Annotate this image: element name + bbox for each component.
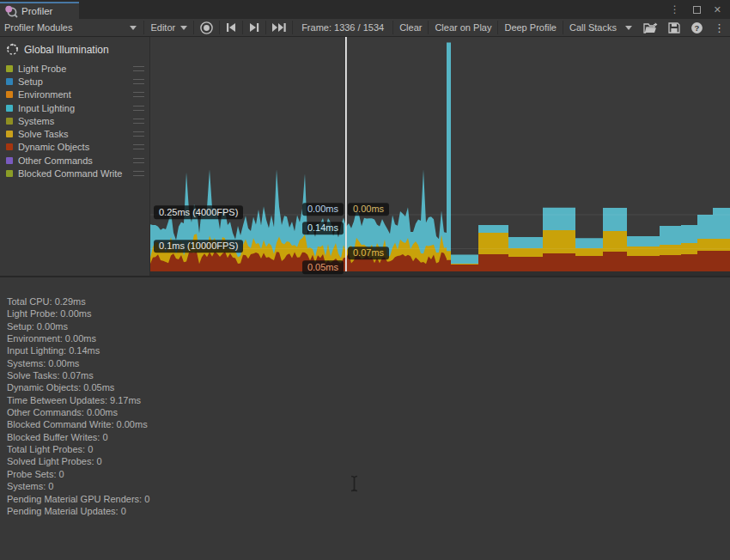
help-icon: ? xyxy=(690,21,703,34)
svg-text:?: ? xyxy=(695,23,700,33)
stat-line: Probe Sets: 0 xyxy=(7,468,730,480)
editor-target-dropdown[interactable]: Editor xyxy=(144,19,193,36)
selected-frame-line[interactable] xyxy=(345,37,347,271)
profiler-toolbar: Profiler Modules Editor xyxy=(0,19,730,37)
gi-chart-svg xyxy=(150,37,730,276)
frame-counter: Frame: 1336 / 1534 xyxy=(293,19,392,36)
stat-line: Other Commands: 0.00ms xyxy=(7,406,730,418)
clear-on-play-toggle[interactable]: Clear on Play xyxy=(429,19,497,36)
context-menu-button[interactable]: ⋮ xyxy=(709,19,730,36)
load-profile-button[interactable] xyxy=(638,19,663,36)
drag-handle-icon[interactable] xyxy=(133,119,144,124)
drag-handle-icon[interactable] xyxy=(133,106,144,111)
drag-handle-icon[interactable] xyxy=(133,66,144,71)
maximize-icon[interactable] xyxy=(693,6,701,14)
legend-item-systems[interactable]: Systems xyxy=(0,114,149,127)
legend-label: Environment xyxy=(18,89,133,100)
help-button[interactable]: ? xyxy=(685,19,709,36)
legend-item-solve-tasks[interactable]: Solve Tasks xyxy=(0,127,149,140)
legend-item-input-lighting[interactable]: Input Lighting xyxy=(0,101,149,114)
stat-line: Dynamic Objects: 0.05ms xyxy=(7,381,730,393)
clear-button[interactable]: Clear xyxy=(393,19,428,36)
legend-label: Blocked Command Write xyxy=(18,168,133,179)
legend-list: Light ProbeSetupEnvironmentInput Lightin… xyxy=(0,62,149,180)
deep-profile-label: Deep Profile xyxy=(504,22,557,33)
frame-counter-label: Frame: 1336 / 1534 xyxy=(301,22,384,33)
legend-item-dynamic-objects[interactable]: Dynamic Objects xyxy=(0,141,149,154)
legend-label: Other Commands xyxy=(18,155,133,166)
legend-color-swatch xyxy=(6,143,13,150)
call-stacks-dropdown[interactable]: Call Stacks xyxy=(563,19,638,36)
legend-item-other-commands[interactable]: Other Commands xyxy=(0,154,149,167)
call-stacks-label: Call Stacks xyxy=(569,22,617,33)
profiler-icon xyxy=(4,5,18,18)
stat-line: Solved Light Probes: 0 xyxy=(7,455,730,467)
tab-title: Profiler xyxy=(21,6,52,16)
module-sidebar: Global Illumination Light ProbeSetupEnvi… xyxy=(0,37,150,276)
editor-target-label: Editor xyxy=(150,22,175,33)
tab-profiler[interactable]: Profiler xyxy=(0,2,79,19)
stat-line: Light Probe: 0.00ms xyxy=(7,307,730,320)
module-title: Global Illumination xyxy=(24,44,109,56)
chevron-down-icon xyxy=(625,26,632,30)
gi-chart[interactable]: 0.25ms (4000FPS)0.1ms (10000FPS)0.00ms0.… xyxy=(150,37,730,276)
legend-label: Solve Tasks xyxy=(18,129,133,139)
kebab-menu-icon: ⋮ xyxy=(714,22,725,33)
legend-label: Light Probe xyxy=(18,64,133,74)
clear-label: Clear xyxy=(399,22,422,33)
legend-item-setup[interactable]: Setup xyxy=(0,75,149,88)
legend-label: Dynamic Objects xyxy=(18,142,133,152)
first-frame-button[interactable] xyxy=(220,19,242,36)
clear-on-play-label: Clear on Play xyxy=(435,22,491,33)
chevron-down-icon xyxy=(180,26,187,30)
stat-line: Total CPU: 0.29ms xyxy=(7,295,730,307)
save-profile-button[interactable] xyxy=(663,19,685,36)
legend-label: Systems xyxy=(18,116,133,126)
frame-stats-panel: Total CPU: 0.29msLight Probe: 0.00msSetu… xyxy=(0,276,730,560)
current-frame-button[interactable] xyxy=(266,19,292,36)
drag-handle-icon[interactable] xyxy=(133,171,144,176)
legend-color-swatch xyxy=(6,157,13,164)
legend-item-blocked-command-write[interactable]: Blocked Command Write xyxy=(0,167,149,180)
stat-line: Setup: 0.00ms xyxy=(7,320,730,332)
legend-color-swatch xyxy=(6,105,13,112)
area-input-lighting xyxy=(150,42,730,271)
next-frame-button[interactable] xyxy=(243,19,265,36)
profiler-modules-dropdown[interactable]: Profiler Modules xyxy=(0,19,143,36)
legend-color-swatch xyxy=(6,91,13,98)
window-controls: ⋮ ✕ xyxy=(670,0,730,19)
profiler-modules-label: Profiler Modules xyxy=(4,22,72,33)
drag-handle-icon[interactable] xyxy=(133,79,144,84)
legend-color-swatch xyxy=(6,65,13,72)
open-folder-icon xyxy=(643,22,658,33)
legend-item-environment[interactable]: Environment xyxy=(0,88,149,101)
stats-list: Total CPU: 0.29msLight Probe: 0.00msSetu… xyxy=(7,295,730,517)
drag-handle-icon[interactable] xyxy=(133,92,144,97)
stat-line: Total Light Probes: 0 xyxy=(7,443,730,455)
drag-handle-icon[interactable] xyxy=(133,158,144,163)
record-icon xyxy=(199,21,214,35)
close-icon[interactable]: ✕ xyxy=(714,5,721,15)
skip-to-start-icon xyxy=(225,22,237,33)
legend-color-swatch xyxy=(6,170,13,177)
legend-item-light-probe[interactable]: Light Probe xyxy=(0,62,149,75)
window-menu-icon[interactable]: ⋮ xyxy=(670,4,680,15)
legend-color-swatch xyxy=(6,131,13,137)
deep-profile-toggle[interactable]: Deep Profile xyxy=(498,19,563,36)
skip-to-end-icon xyxy=(271,22,287,33)
record-button[interactable] xyxy=(194,19,219,36)
stat-line: Solve Tasks: 0.07ms xyxy=(7,369,730,381)
module-header[interactable]: Global Illumination xyxy=(0,40,149,62)
legend-color-swatch xyxy=(6,78,13,85)
drag-handle-icon[interactable] xyxy=(133,144,144,149)
legend-label: Input Lighting xyxy=(18,103,133,113)
drag-handle-icon[interactable] xyxy=(133,131,144,137)
global-illumination-icon xyxy=(6,43,19,56)
stat-line: Blocked Command Write: 0.00ms xyxy=(7,418,730,430)
modules-chart-area: Global Illumination Light ProbeSetupEnvi… xyxy=(0,37,730,276)
legend-color-swatch xyxy=(6,118,13,125)
profiler-window: Profiler ⋮ ✕ Profiler Modules Editor xyxy=(0,0,730,560)
save-floppy-icon xyxy=(668,22,680,33)
title-bar: Profiler ⋮ ✕ xyxy=(0,0,730,19)
stat-line: Input Lighting: 0.14ms xyxy=(7,344,730,356)
